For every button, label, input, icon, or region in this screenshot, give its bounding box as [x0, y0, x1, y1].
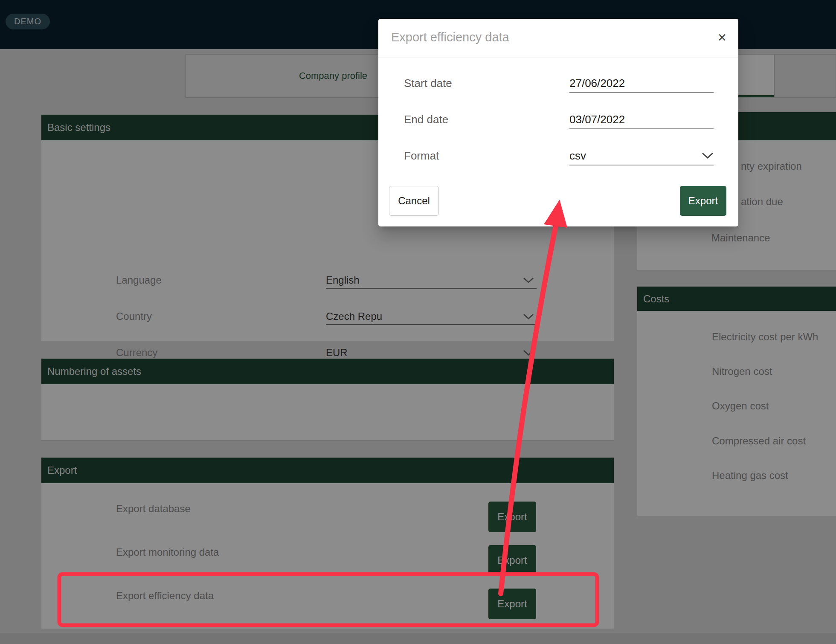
- input-underline: [569, 128, 714, 129]
- chevron-down-icon[interactable]: [701, 151, 714, 162]
- close-icon[interactable]: ✕: [714, 30, 730, 45]
- input-underline: [569, 165, 714, 165]
- end-date-input[interactable]: 03/07/2022: [569, 113, 625, 126]
- start-date-label: Start date: [404, 77, 452, 90]
- export-efficiency-dialog: Export efficiency data ✕ Start date 27/0…: [378, 19, 738, 226]
- dialog-export-button[interactable]: Export: [680, 186, 726, 216]
- settings-page: DEMO Company profile Basic settings Lang…: [0, 0, 836, 644]
- end-date-label: End date: [404, 113, 448, 126]
- start-date-input[interactable]: 27/06/2022: [569, 77, 625, 90]
- format-select[interactable]: csv: [569, 149, 586, 162]
- format-label: Format: [404, 149, 439, 162]
- dialog-divider: [378, 58, 738, 58]
- input-underline: [569, 92, 714, 93]
- dialog-title: Export efficiency data: [391, 30, 509, 44]
- cancel-button[interactable]: Cancel: [389, 186, 439, 216]
